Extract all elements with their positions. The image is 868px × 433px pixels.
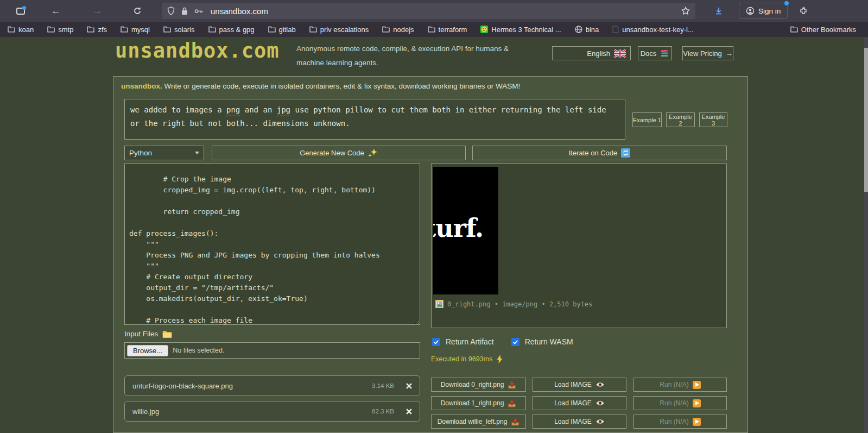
example-3-button[interactable]: Example 3 [699,112,727,127]
firefox-view-icon[interactable] [16,8,25,15]
lock-icon[interactable] [181,7,188,15]
artifact-panel: turf. 0_right.png • image/png • 2,510 by… [431,164,727,328]
extensions-button[interactable] [795,3,812,19]
bookmark-item[interactable]: solaris [163,26,195,34]
language-select-value: Python [129,149,152,157]
language-select[interactable]: Python [124,146,204,160]
download-artifact-button[interactable]: Download 0_right.png [431,378,526,392]
folder-icon [87,26,94,33]
bookmark-label: nodejs [393,26,414,34]
prompt-input[interactable]: we added to images a png and an jpg use … [124,99,625,140]
language-button[interactable]: English [552,46,631,60]
run-artifact-button[interactable]: Run (N/A) [633,396,727,410]
folder-icon [121,26,128,33]
load-image-button[interactable]: Load IMAGE [533,415,626,429]
folder-icon [47,26,55,33]
url-text[interactable]: unsandbox.com [211,7,268,16]
bookmark-label: terraform [439,26,467,34]
bookmark-item[interactable]: koan [8,26,34,34]
remove-file-button[interactable] [406,409,412,415]
globe-icon [575,26,582,33]
browser-toolbar: ← → unsandbox.com Sign in [0,0,868,22]
return-wasm-checkbox[interactable] [511,338,519,346]
folder-icon [309,26,317,33]
no-files-text: No files selected. [173,347,224,354]
artifact-image-text: turf. [433,214,498,243]
eye-icon [595,400,605,406]
bookmark-item[interactable]: priv escalations [309,26,369,34]
load-image-button[interactable]: Load IMAGE [533,396,626,410]
run-artifact-button[interactable]: Run (N/A) [633,415,727,429]
menu-button[interactable] [817,3,826,19]
account-icon [746,7,755,15]
sparkles-icon [368,148,378,158]
bookmark-label: zfs [98,26,107,34]
bookmark-item[interactable]: unsandbox-test-key-l... [612,26,694,34]
url-bar[interactable]: unsandbox.com [162,3,695,19]
artifact-image-preview[interactable]: turf. [433,167,498,294]
site-logo[interactable]: unsandbox.com [115,39,280,62]
brand-text: unsandbox. [121,82,162,90]
other-bookmarks-button[interactable]: Other Bookmarks [790,26,856,34]
app-main: unsandbox. Write or generate code, execu… [113,76,748,433]
bookmarks-bar: koansmtpzfsmysqlsolarispass & gpggitlabp… [0,22,868,37]
image-file-icon [435,300,443,308]
bookmark-star-icon[interactable] [681,7,690,15]
generate-code-button[interactable]: Generate New Code [212,146,466,160]
bookmark-item[interactable]: zfs [87,26,107,34]
run-artifact-button[interactable]: Run (N/A) [633,378,727,392]
bookmark-item[interactable]: bina [575,26,599,34]
iterate-label: Iterate on Code [569,149,618,157]
download-tray-icon [511,418,519,426]
docs-label: Docs [641,49,657,58]
folder-icon [268,26,276,33]
downloads-button[interactable] [711,3,727,19]
bookmark-item[interactable]: smtp [47,26,73,34]
folder-icon [8,26,15,33]
docs-button[interactable]: Docs [638,46,672,60]
load-image-button[interactable]: Load IMAGE [533,378,626,392]
scrollbar-thumb[interactable] [864,48,868,192]
language-label: English [587,49,610,58]
intro-line: unsandbox. Write or generate code, execu… [121,82,520,90]
bookmark-item[interactable]: terraform [428,26,467,34]
load-label: Load IMAGE [554,381,592,388]
file-input[interactable]: Browse... No files selected. [124,342,420,359]
folder-icon [208,26,216,33]
sign-in-label: Sign in [758,7,781,15]
example-2-button[interactable]: Example 2 [666,112,695,127]
run-label: Run (N/A) [660,418,688,425]
view-pricing-button[interactable]: View Pricing → [682,46,733,60]
bookmark-item[interactable]: nodejs [382,26,414,34]
reload-button[interactable] [129,3,145,19]
browse-button[interactable]: Browse... [127,345,168,356]
return-artifact-checkbox[interactable] [432,338,440,346]
artifact-caption: 0_right.png • image/png • 2,510 bytes [435,300,592,308]
play-icon [693,399,701,407]
bookmark-label: Hermes 3 Technical ... [491,26,561,34]
chevron-down-icon [195,152,199,154]
back-button[interactable]: ← [48,3,64,19]
download-label: Download willie_left.png [438,418,508,425]
code-editor[interactable]: # Crop the image cropped_img = img.crop(… [124,164,420,325]
options-row: Return Artifact Return WASM [432,337,573,346]
bookmark-item[interactable]: Hermes 3 Technical ... [480,26,561,34]
bookmark-item[interactable]: mysql [121,26,150,34]
download-artifact-button[interactable]: Download willie_left.png [431,415,526,429]
eye-icon [595,418,605,425]
bookmark-item[interactable]: gitlab [268,26,296,34]
shield-icon[interactable] [167,7,175,15]
refresh-icon [621,148,630,158]
download-artifact-button[interactable]: Download 1_right.png [431,396,526,410]
iterate-code-button[interactable]: Iterate on Code [472,146,727,160]
forward-button[interactable]: → [89,3,105,19]
example-1-button[interactable]: Example 1 [632,112,662,127]
run-label: Run (N/A) [660,399,688,407]
remove-file-button[interactable] [406,383,412,389]
download-icon [714,7,723,15]
sign-in-button[interactable]: Sign in [739,3,788,19]
bookmark-item[interactable]: pass & gpg [208,26,255,34]
download-label: Download 1_right.png [441,399,504,407]
page-icon [612,26,619,33]
key-permissions-icon[interactable] [194,8,203,14]
